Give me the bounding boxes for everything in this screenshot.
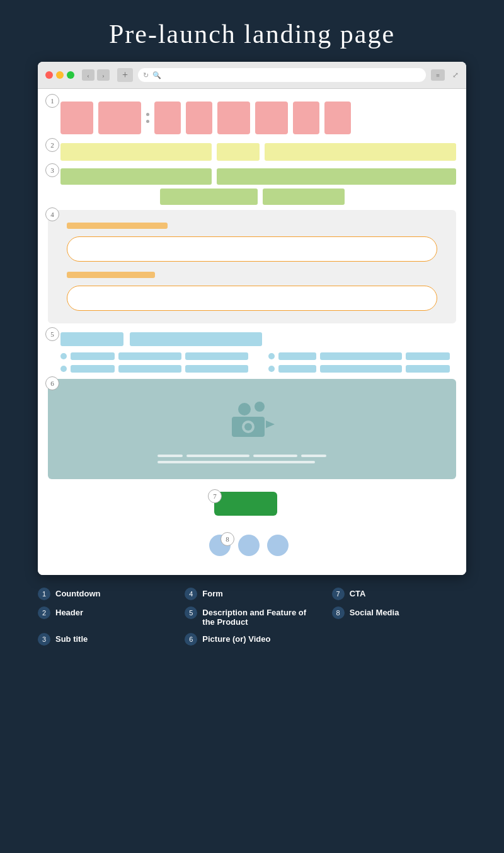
section-label-5: 5: [45, 327, 59, 341]
section-label-4: 4: [45, 207, 59, 221]
header-blocks: [48, 141, 456, 161]
bullet-2: [268, 353, 275, 359]
legend-num-6: 6: [185, 633, 197, 646]
desc-text-1a: [71, 352, 115, 360]
progress-dash-2: [186, 455, 249, 457]
bullet-3: [60, 366, 67, 372]
subtitle-block-4: [263, 189, 345, 205]
browser-nav: ‹ ›: [82, 69, 110, 81]
bullet-4: [268, 366, 275, 372]
browser-settings-button[interactable]: ≡: [431, 69, 445, 81]
legend-text-8: Social Media: [350, 606, 399, 617]
countdown-block-8: [324, 102, 351, 134]
progress-dash-4: [301, 455, 326, 457]
header-block-1: [60, 143, 212, 161]
legend-item-6: 6 Picture (or) Video: [185, 633, 319, 646]
legend-text-7: CTA: [350, 588, 366, 598]
progress-dash-1: [158, 455, 183, 457]
form-input-2[interactable]: [67, 286, 437, 311]
legend-text-2: Header: [55, 606, 83, 617]
dot-2: [146, 120, 149, 123]
browser-dots: [45, 71, 74, 79]
svg-point-4: [244, 423, 252, 431]
section-header: 2: [48, 141, 456, 161]
desc-text-1b: [118, 352, 181, 360]
legend-num-1: 1: [38, 588, 50, 600]
section-countdown: 1: [48, 96, 456, 134]
page-content: 1 2: [38, 89, 466, 575]
legend-item-1: 1 Countdown: [38, 588, 172, 600]
cta-button[interactable]: [214, 492, 277, 516]
legend-item-4: 4 Form: [185, 588, 319, 600]
countdown-block-6: [255, 102, 288, 134]
form-label-1: [67, 223, 168, 229]
subtitle-block-1: [60, 168, 212, 185]
desc-text-1c: [185, 352, 248, 360]
progress-bar-full: [158, 461, 315, 463]
countdown-block-2: [98, 102, 141, 134]
desc-title-2: [130, 332, 262, 346]
section-subtitle: 3: [48, 166, 456, 205]
page-title: Pre-launch landing page: [109, 19, 395, 49]
form-label-2: [67, 272, 155, 278]
subtitle-row-1: [48, 166, 456, 185]
section-label-3: 3: [45, 163, 59, 177]
countdown-block-3: [154, 102, 181, 134]
nav-forward-button[interactable]: ›: [97, 69, 110, 81]
desc-row-2: [60, 365, 456, 373]
dot-yellow[interactable]: [56, 71, 64, 79]
video-progress-bars: [158, 455, 346, 463]
browser-chrome: ‹ › + ↻ 🔍 ≡ ⤢: [38, 62, 466, 89]
legend-text-1: Countdown: [55, 588, 100, 598]
desc-text-2a: [278, 352, 316, 360]
dot-1: [146, 113, 149, 116]
subtitle-row-2: [48, 189, 456, 205]
desc-text-3a: [71, 365, 115, 373]
progress-row-2: [158, 461, 346, 463]
fullscreen-button[interactable]: ⤢: [452, 71, 459, 80]
subtitle-block-2: [217, 168, 456, 185]
refresh-icon: ↻: [143, 71, 149, 79]
desc-title-1: [60, 332, 123, 346]
desc-text-4a: [278, 365, 316, 373]
countdown-block-5: [217, 102, 250, 134]
desc-text-4b: [320, 365, 402, 373]
desc-text-2b: [320, 352, 402, 360]
social-circle-3[interactable]: [267, 535, 289, 556]
nav-back-button[interactable]: ‹: [82, 69, 94, 81]
section-social: 8: [48, 535, 456, 556]
social-circle-2[interactable]: [238, 535, 260, 556]
legend-num-8: 8: [332, 606, 345, 619]
legend-item-8: 8 Social Media: [332, 606, 466, 627]
section-form: 4: [48, 210, 456, 323]
legend-num-4: 4: [185, 588, 197, 600]
desc-title-row: [60, 330, 456, 346]
desc-text-3c: [185, 365, 248, 373]
countdown-block-7: [293, 102, 319, 134]
countdown-dots: [146, 113, 149, 123]
svg-point-1: [255, 402, 265, 412]
legend-text-5: Description and Feature of the Product: [202, 606, 319, 627]
desc-text-4c: [406, 365, 450, 373]
countdown-blocks: [48, 96, 456, 134]
legend-text-3: Sub title: [55, 633, 88, 644]
dot-red[interactable]: [45, 71, 53, 79]
video-icon: [227, 398, 277, 442]
search-icon: 🔍: [152, 71, 161, 79]
section-label-1: 1: [45, 94, 59, 108]
bullet-1: [60, 353, 67, 359]
legend-num-7: 7: [332, 588, 345, 600]
new-tab-button[interactable]: +: [117, 68, 133, 82]
form-input-1[interactable]: [67, 236, 437, 262]
dot-green[interactable]: [67, 71, 74, 79]
section-label-7: 7: [208, 489, 222, 503]
legend-num-2: 2: [38, 606, 50, 619]
legend-item-5: 5 Description and Feature of the Product: [185, 606, 319, 627]
legend-item-3: 3 Sub title: [38, 633, 172, 646]
section-label-2: 2: [45, 138, 59, 152]
legend-item-2: 2 Header: [38, 606, 172, 627]
section-video: 6: [48, 379, 456, 479]
browser-window: ‹ › + ↻ 🔍 ≡ ⤢ 1: [38, 62, 466, 575]
url-bar[interactable]: ↻ 🔍: [138, 68, 426, 82]
svg-point-0: [238, 403, 251, 415]
